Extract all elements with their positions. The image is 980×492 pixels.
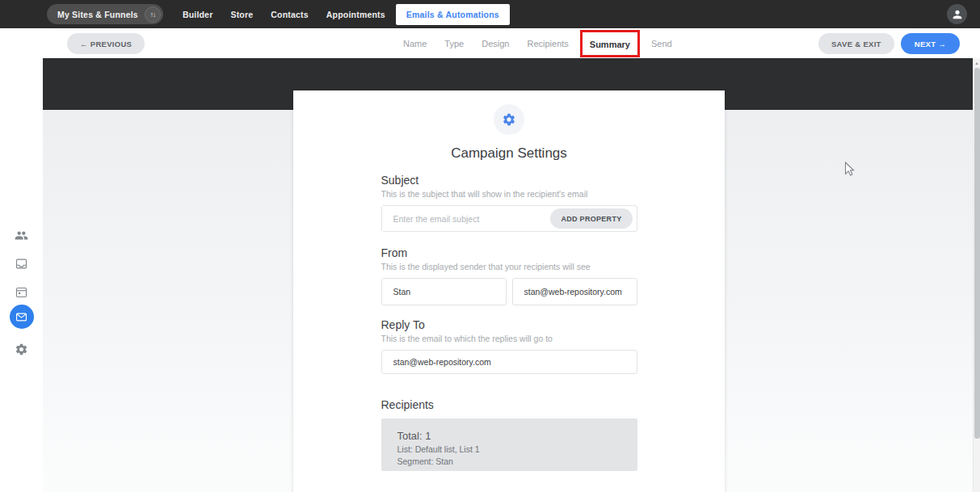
reply-to-description: This is the email to which the replies w…: [381, 334, 637, 343]
top-nav-items: Builder Store Contacts Appointments Emai…: [174, 0, 510, 28]
top-nav: My Sites & Funnels ↑↓ Builder Store Cont…: [0, 0, 980, 28]
next-button[interactable]: NEXT →: [901, 33, 960, 54]
add-property-button[interactable]: ADD PROPERTY: [550, 208, 632, 229]
subject-heading: Subject: [381, 174, 637, 187]
wizard-toolbar: ← PREVIOUS Name Type Design Recipients S…: [0, 28, 980, 58]
reply-to-heading: Reply To: [381, 318, 637, 331]
step-recipients[interactable]: Recipients: [518, 39, 577, 48]
subject-description: This is the subject that will show in th…: [381, 189, 637, 199]
recipients-list: List: Default list, List 1: [397, 445, 621, 454]
from-heading: From: [381, 246, 637, 259]
my-sites-funnels-button[interactable]: My Sites & Funnels ↑↓: [47, 4, 163, 24]
my-sites-funnels-label: My Sites & Funnels: [57, 10, 138, 19]
account-avatar[interactable]: [947, 4, 967, 24]
summary-annotation-box: Summary: [580, 30, 640, 57]
recipients-total: Total: 1: [397, 430, 621, 442]
gear-icon: [502, 112, 516, 127]
reply-to-input[interactable]: [381, 350, 637, 374]
from-section: From This is the displayed sender that y…: [381, 246, 637, 305]
sidebar-item-settings[interactable]: [12, 339, 32, 359]
switch-site-icon[interactable]: ↑↓: [145, 6, 161, 23]
calendar-icon: [15, 285, 28, 299]
campaign-settings-icon-circle: [494, 104, 524, 135]
recipients-summary-panel: Total: 1 List: Default list, List 1 Segm…: [381, 418, 637, 471]
from-email-input[interactable]: [512, 278, 637, 305]
recipients-segment: Segment: Stan: [397, 457, 621, 466]
person-icon: [951, 8, 964, 21]
from-name-input[interactable]: [381, 278, 507, 305]
step-summary[interactable]: Summary: [590, 40, 630, 49]
page-title: Campaign Settings: [293, 145, 725, 162]
sidebar-item-email[interactable]: [10, 305, 34, 329]
recipients-heading: Recipients: [381, 398, 637, 411]
nav-item-emails-automations[interactable]: Emails & Automations: [396, 4, 510, 25]
nav-item-appointments[interactable]: Appointments: [318, 10, 394, 19]
subject-input[interactable]: [382, 206, 551, 231]
subject-section: Subject This is the subject that will sh…: [381, 174, 637, 232]
recipients-section: Recipients Total: 1 List: Default list, …: [381, 398, 637, 471]
subject-input-box: ADD PROPERTY: [381, 205, 637, 232]
email-icon: [15, 311, 27, 323]
nav-item-contacts[interactable]: Contacts: [262, 10, 318, 19]
settings-icon: [15, 343, 28, 356]
inbox-icon: [15, 257, 28, 271]
from-inputs-row: [381, 278, 637, 305]
sidebar-item-inbox[interactable]: [12, 254, 32, 273]
save-exit-button[interactable]: SAVE & EXIT: [818, 33, 894, 54]
vertical-scrollbar[interactable]: ▲: [973, 58, 980, 492]
step-type[interactable]: Type: [435, 39, 473, 48]
step-send[interactable]: Send: [642, 39, 681, 48]
step-name[interactable]: Name: [394, 39, 435, 48]
left-sidebar: [0, 58, 43, 492]
step-design[interactable]: Design: [473, 39, 518, 48]
contacts-icon: [15, 229, 28, 242]
sidebar-item-calendar[interactable]: [12, 282, 32, 301]
campaign-settings-card: Campaign Settings Subject This is the su…: [293, 90, 725, 492]
scrollbar-thumb[interactable]: [974, 68, 980, 439]
reply-to-section: Reply To This is the email to which the …: [381, 318, 637, 374]
nav-item-store[interactable]: Store: [221, 10, 262, 19]
nav-item-builder[interactable]: Builder: [174, 10, 222, 19]
scrollbar-up-arrow[interactable]: ▲: [974, 58, 980, 67]
sidebar-item-contacts[interactable]: [12, 225, 32, 245]
wizard-steps: Name Type Design Recipients Summary Send: [394, 28, 681, 58]
from-description: This is the displayed sender that your r…: [381, 262, 637, 271]
previous-button[interactable]: ← PREVIOUS: [67, 33, 145, 54]
toolbar-actions: SAVE & EXIT NEXT →: [818, 33, 960, 54]
app-window: My Sites & Funnels ↑↓ Builder Store Cont…: [0, 0, 980, 492]
settings-form: Subject This is the subject that will sh…: [381, 174, 637, 492]
